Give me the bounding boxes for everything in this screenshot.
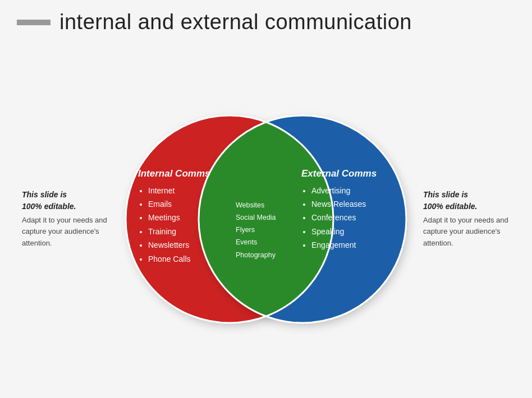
external-comms-text: External Comms Advertising News Releases… (301, 166, 400, 253)
list-item: Training (148, 225, 236, 238)
title-accent (17, 20, 51, 25)
external-comms-heading: External Comms (301, 166, 400, 181)
list-item: Advertising (311, 184, 400, 197)
left-side-text: This slide is 100% editable. Adapt it to… (22, 189, 109, 248)
right-side-text: This slide is 100% editable. Adapt it to… (423, 189, 510, 248)
list-item: Photography (236, 249, 297, 261)
left-body-text: Adapt it to your needs and capture your … (22, 215, 109, 248)
main-content: This slide is 100% editable. Adapt it to… (0, 40, 532, 398)
list-item: Phone Calls (148, 253, 236, 265)
right-body-text: Adapt it to your needs and capture your … (423, 215, 510, 248)
list-item: Events (236, 237, 297, 248)
list-item: Engagement (311, 239, 400, 251)
intersection-text: Websites Social Media Flyers Events Phot… (236, 200, 297, 262)
list-item: Meetings (148, 211, 236, 224)
list-item: Social Media (236, 212, 297, 224)
list-item: Speaking (311, 225, 400, 238)
left-editable-label: This slide is 100% editable. (22, 189, 109, 212)
slide: Internal And External Communication This… (0, 0, 532, 398)
intersection-list: Websites Social Media Flyers Events Phot… (236, 200, 297, 261)
list-item: Newsletters (148, 239, 236, 251)
list-item: Internet (148, 184, 236, 197)
list-item: News Releases (311, 198, 400, 210)
venn-diagram: Internal Comms Internet Emails Meetings … (109, 101, 423, 337)
list-item: Emails (148, 198, 236, 210)
internal-comms-text: Internal Comms Internet Emails Meetings … (138, 166, 236, 267)
internal-comms-heading: Internal Comms (138, 166, 236, 181)
slide-title: Internal And External Communication (59, 10, 412, 34)
internal-comms-list: Internet Emails Meetings Training Newsle… (138, 184, 236, 265)
right-editable-label: This slide is 100% editable. (423, 189, 510, 212)
list-item: Flyers (236, 224, 297, 236)
list-item: Conferences (311, 211, 400, 224)
list-item: Websites (236, 200, 297, 211)
title-bar: Internal And External Communication (0, 0, 532, 40)
external-comms-list: Advertising News Releases Conferences Sp… (301, 184, 400, 252)
